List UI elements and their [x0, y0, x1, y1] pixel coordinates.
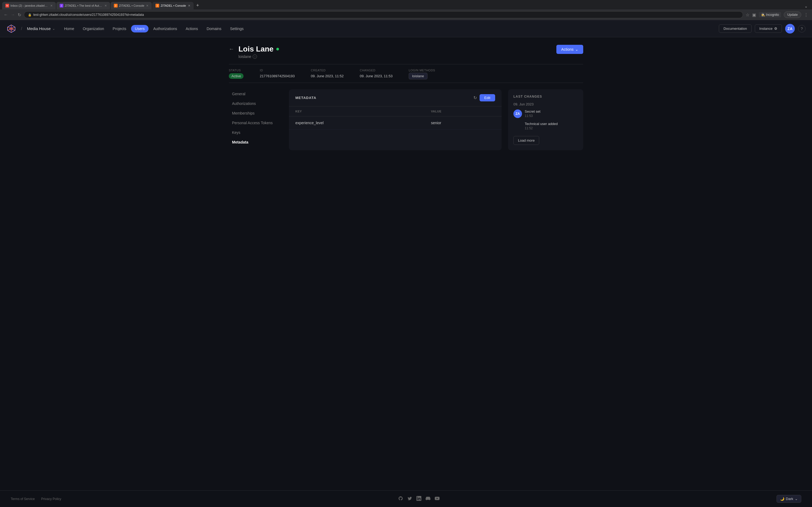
footer-icons — [398, 496, 440, 502]
changed-label: Changed — [360, 69, 393, 72]
change-details-2: Technical user added 11:52 — [525, 122, 558, 130]
back-nav-button[interactable]: ← — [4, 12, 8, 17]
footer-links: Terms of Service Privacy Policy — [11, 497, 61, 501]
tab-close-1[interactable]: ✕ — [50, 4, 53, 7]
help-button[interactable]: ? — [798, 25, 806, 33]
org-chevron-icon: ⌄ — [52, 27, 55, 31]
privacy-link[interactable]: Privacy Policy — [41, 497, 61, 501]
bookmark-button[interactable]: ☆ — [746, 12, 750, 17]
tab-close-2[interactable]: ✕ — [104, 4, 107, 7]
browser-tab-2[interactable]: Z ZITADEL • The best of Auth0 a... ✕ — [56, 2, 110, 9]
tab-favicon-3: Z — [114, 4, 118, 7]
sidebar-item-authorizations[interactable]: Authorizations — [229, 99, 283, 108]
actions-button[interactable]: Actions ⌄ — [556, 45, 583, 54]
new-tab-button[interactable]: + — [194, 2, 201, 9]
nav-item-authorizations[interactable]: Authorizations — [150, 25, 181, 33]
sidebar-item-general[interactable]: General — [229, 89, 283, 99]
status-badge: Active — [229, 73, 244, 79]
last-changes-title: LAST CHANGES — [513, 95, 578, 99]
login-method-chip: loislane — [409, 73, 427, 79]
youtube-icon[interactable] — [435, 496, 440, 502]
metadata-header-actions: ↻ Edit — [473, 94, 495, 101]
tab-favicon-1: M — [5, 4, 9, 7]
page-content: ← Lois Lane loislane i Actions ⌄ — [218, 37, 594, 490]
linkedin-icon[interactable] — [416, 496, 421, 502]
tab-label-4: ZITADEL • Console — [161, 4, 186, 7]
top-nav: / Media House ⌄ Home Organization Projec… — [0, 20, 812, 37]
tab-close-3[interactable]: ✕ — [146, 4, 149, 7]
theme-selector[interactable]: 🌙 Dark ⌄ — [776, 495, 801, 503]
table-row: experience_level senior — [289, 116, 502, 129]
org-selector[interactable]: Media House ⌄ — [27, 26, 55, 31]
instance-button[interactable]: Instance ⚙ — [755, 24, 782, 33]
address-bar[interactable]: 🔒 test-ghlwrr.zitadel.cloud/ui/console/u… — [24, 11, 743, 18]
metadata-panel: METADATA ↻ Edit KEY VALUE — [289, 89, 502, 150]
nav-item-organization[interactable]: Organization — [79, 25, 108, 33]
user-header-left: ← Lois Lane loislane i — [229, 45, 279, 59]
username-row: loislane i — [239, 54, 279, 59]
change-title-2: Technical user added — [525, 122, 558, 126]
url-text: test-ghlwrr.zitadel.cloud/ui/console/use… — [33, 13, 144, 17]
documentation-button[interactable]: Documentation — [719, 24, 751, 33]
tab-overflow-button[interactable]: ⌄ — [802, 3, 810, 9]
status-item: Status Active — [229, 69, 244, 78]
github-icon[interactable] — [398, 496, 403, 502]
nav-item-actions[interactable]: Actions — [182, 25, 202, 33]
info-icon[interactable]: i — [253, 54, 257, 59]
sidebar-item-metadata[interactable]: Metadata — [229, 137, 283, 147]
sidebar-item-keys[interactable]: Keys — [229, 128, 283, 137]
edit-button[interactable]: Edit — [479, 94, 495, 101]
side-nav: General Authorizations Memberships Perso… — [229, 89, 283, 150]
browser-tab-1[interactable]: M Inbox (2) - janedoe.zitadel@g... ✕ — [2, 2, 56, 9]
tab-favicon-4: Z — [155, 4, 159, 7]
twitter-icon[interactable] — [407, 496, 412, 502]
load-more-button[interactable]: Load more — [513, 136, 539, 145]
online-indicator — [276, 48, 279, 50]
change-title-1: Secret set — [525, 109, 541, 113]
tab-close-4[interactable]: ✕ — [188, 4, 190, 7]
status-label: Status — [229, 69, 244, 72]
gear-icon: ⚙ — [774, 26, 777, 31]
nav-item-settings[interactable]: Settings — [226, 25, 248, 33]
nav-item-users[interactable]: Users — [131, 25, 149, 33]
main-area: General Authorizations Memberships Perso… — [229, 89, 583, 150]
change-date: 09. Jun 2023 — [513, 102, 578, 106]
reload-button[interactable]: ↻ — [18, 12, 21, 17]
browser-tab-3[interactable]: Z ZITADEL • Console ✕ — [111, 2, 152, 9]
username: loislane — [239, 54, 251, 59]
created-value: 09. June 2023, 11:52 — [311, 74, 344, 78]
change-time-1: 11:53 — [525, 114, 541, 118]
chrome-menu-button[interactable]: ⋮ — [804, 12, 808, 17]
created-item: Created 09. June 2023, 11:52 — [311, 69, 344, 78]
tab-favicon-2: Z — [60, 4, 63, 7]
sidebar-toggle-button[interactable]: ▣ — [752, 12, 756, 17]
update-button[interactable]: Update — [784, 11, 801, 18]
forward-nav-button[interactable]: → — [11, 12, 15, 17]
login-methods-item: Login methods loislane — [409, 69, 435, 78]
instance-label: Instance — [759, 26, 772, 31]
incognito-label: Incognito — [766, 13, 779, 17]
browser-tab-4[interactable]: Z ZITADEL • Console ✕ — [152, 2, 193, 9]
nav-item-home[interactable]: Home — [60, 25, 78, 33]
changed-item: Changed 09. June 2023, 11:53 — [360, 69, 393, 78]
metadata-table: KEY VALUE experience_level senior — [289, 107, 502, 129]
changed-value: 09. June 2023, 11:53 — [360, 74, 393, 78]
terms-link[interactable]: Terms of Service — [11, 497, 35, 501]
tab-label-2: ZITADEL • The best of Auth0 a... — [65, 4, 103, 7]
refresh-button[interactable]: ↻ — [473, 95, 477, 100]
back-button[interactable]: ← — [229, 46, 234, 52]
zitadel-logo — [6, 24, 16, 34]
nav-item-domains[interactable]: Domains — [203, 25, 225, 33]
discord-icon[interactable] — [425, 496, 430, 502]
login-methods-label: Login methods — [409, 69, 435, 72]
meta-bar: Status Active ID 217761089742504193 Crea… — [229, 64, 583, 83]
col-key: KEY — [289, 107, 424, 116]
avatar[interactable]: ZA — [785, 24, 795, 34]
nav-item-projects[interactable]: Projects — [109, 25, 130, 33]
sidebar-item-personal-access-tokens[interactable]: Personal Access Tokens — [229, 118, 283, 127]
created-label: Created — [311, 69, 344, 72]
metadata-key: experience_level — [289, 116, 424, 129]
user-header: ← Lois Lane loislane i Actions ⌄ — [229, 37, 583, 64]
sidebar-item-memberships[interactable]: Memberships — [229, 109, 283, 118]
change-details-1: Secret set 11:53 — [525, 109, 541, 118]
